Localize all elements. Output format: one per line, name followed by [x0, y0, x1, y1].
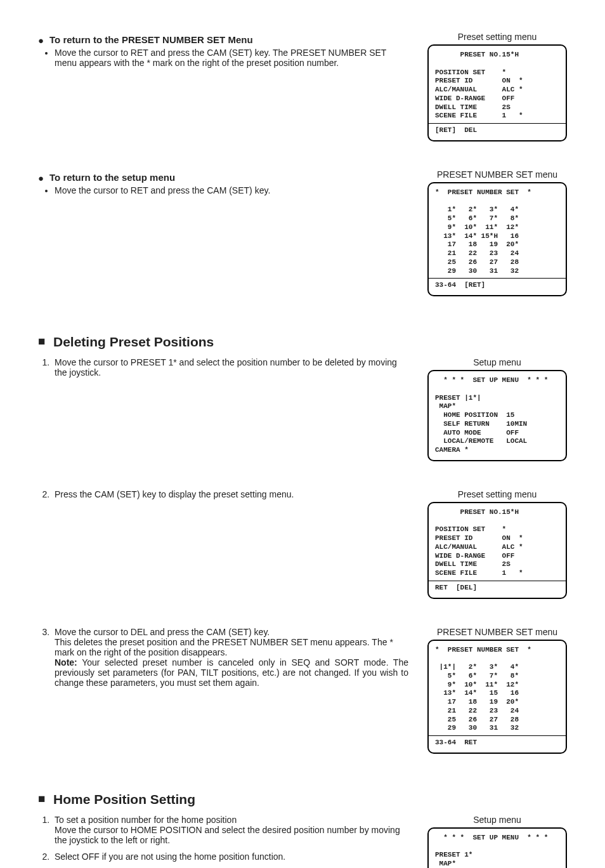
deleting-step-2: Press the CAM (SET) key to display the p… [52, 489, 408, 499]
home-step-1: To set a position number for the home po… [52, 815, 408, 845]
deleting-step-3a: Move the cursor to DEL and press the CAM… [55, 627, 270, 637]
home-step-1b: Move the cursor to HOME POSITION and sel… [55, 825, 400, 845]
panel-number-set-1: * PRESET NUMBER SET * 1* 2* 3* 4* 5* 6* … [427, 182, 567, 296]
caption-preset-setting-2: Preset setting menu [427, 489, 567, 499]
caption-number-set-2: PRESET NUMBER SET menu [427, 627, 567, 637]
deleting-step-1: Move the cursor to PRESET 1* and select … [52, 357, 408, 378]
caption-setup-2: Setup menu [427, 815, 567, 825]
deleting-step-3: Move the cursor to DEL and press the CAM… [52, 627, 408, 688]
heading-home: Home Position Setting [38, 792, 567, 807]
panel-number-set-2: * PRESET NUMBER SET * |1*| 2* 3* 4* 5* 6… [427, 640, 567, 754]
home-step-1a: To set a position number for the home po… [55, 815, 237, 825]
heading-return-preset: To return to the PRESET NUMBER SET Menu [38, 34, 408, 45]
note-text: Your selected preset number is canceled … [55, 657, 408, 688]
deleting-step-3b: This deletes the preset position and the… [55, 637, 393, 657]
heading-return-setup: To return to the setup menu [38, 172, 408, 183]
text-return-setup: Move the cursor to RET and press the CAM… [55, 185, 408, 195]
panel-setup-1: * * * SET UP MENU * * * PRESET |1*| MAP*… [427, 370, 567, 461]
caption-preset-setting-1: Preset setting menu [427, 32, 567, 42]
home-step-2: Select OFF if you are not using the home… [52, 852, 408, 862]
caption-setup-1: Setup menu [427, 357, 567, 367]
heading-deleting: Deleting Preset Positions [38, 334, 567, 350]
panel-preset-setting-1: PRESET NO.15*H POSITION SET * PRESET ID … [427, 44, 567, 141]
panel-preset-setting-2: PRESET NO.15*H POSITION SET * PRESET ID … [427, 502, 567, 599]
note-label: Note: [55, 657, 77, 667]
caption-number-set-1: PRESET NUMBER SET menu [427, 169, 567, 180]
panel-setup-2: * * * SET UP MENU * * * PRESET 1* MAP* H… [427, 827, 567, 868]
text-return-preset: Move the cursor to RET and press the CAM… [55, 48, 408, 68]
